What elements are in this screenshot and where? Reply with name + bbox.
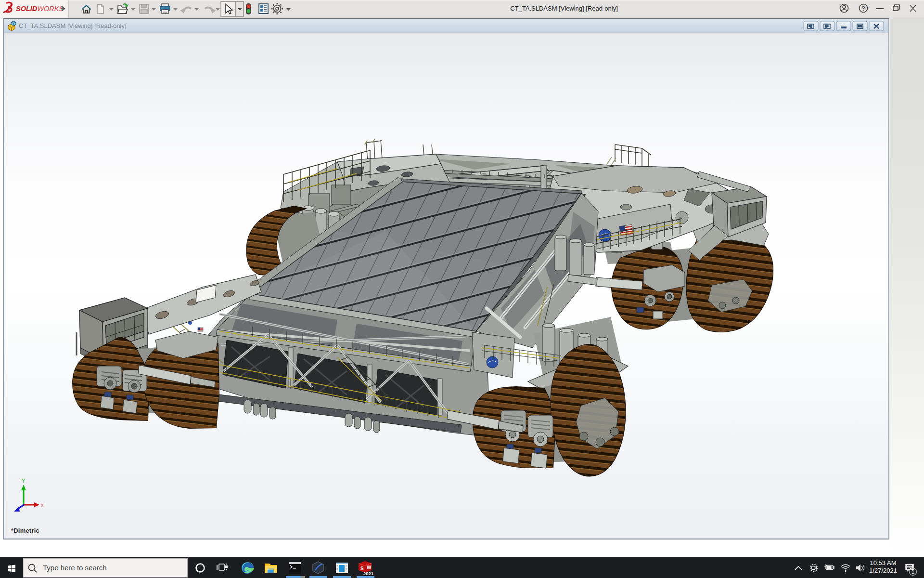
svg-text:SOLIDWORKS: SOLIDWORKS — [16, 5, 64, 13]
svg-text:Y: Y — [22, 478, 26, 484]
svg-text:?: ? — [861, 5, 865, 12]
svg-text:2021: 2021 — [363, 571, 374, 576]
svg-text:x: x — [41, 502, 44, 508]
svg-text:W: W — [367, 565, 372, 570]
svg-text:1: 1 — [911, 569, 914, 575]
